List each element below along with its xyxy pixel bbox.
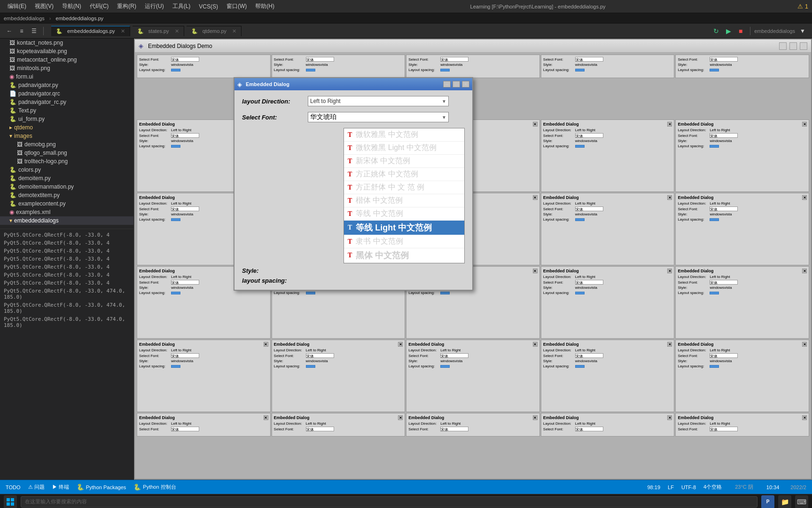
font-selector-dialog[interactable]: ◈ Embedded Dialog ─ □ ✕ layout Direction…: [234, 77, 473, 291]
terminal-tab[interactable]: ▶ 终端: [52, 484, 69, 491]
font-dialog-close[interactable]: ✕: [462, 81, 469, 87]
menu-refactor[interactable]: 重构(R): [113, 1, 140, 11]
todo-tab[interactable]: TODO: [6, 484, 21, 490]
sidebar-item-kopete[interactable]: 🖼 kopeteavailable.png: [0, 47, 133, 56]
sidebar-item-demoitemanm[interactable]: 🐍 demoitemanmation.py: [0, 183, 133, 191]
toolbar-back-btn[interactable]: ←: [4, 26, 15, 36]
sidebar-item-qtlogo[interactable]: 🖼 qtlogo_small.png: [0, 149, 133, 157]
mini-dialog-r4-4[interactable]: Embedded Dialog ✕ Layout Direction:Left …: [541, 266, 675, 339]
python-packages-tab[interactable]: 🐍 Python Packages: [77, 484, 126, 491]
sidebar-item-qtdemo[interactable]: ▸ qtdemo: [0, 123, 133, 132]
taskbar-windows-icon[interactable]: [4, 495, 17, 508]
mini-dialog-r2-5[interactable]: Embedded Dialog ✕ Layout Direction:Left …: [675, 119, 809, 192]
layout-dir-dropdown[interactable]: Left to Right ▼: [308, 96, 449, 106]
menu-vcs[interactable]: VCS(S): [195, 2, 222, 11]
status-line-ending[interactable]: LF: [668, 484, 674, 490]
sidebar-item-demotextitem[interactable]: 🐍 demotextitem.py: [0, 191, 133, 199]
font-item-2[interactable]: T 新宋体 中文范例: [344, 155, 464, 168]
mini-dialog-r6-2[interactable]: Embedded Dialog ✕ Layout Direction:Left …: [272, 413, 406, 437]
font-dialog-max[interactable]: □: [453, 81, 460, 87]
font-item-5[interactable]: T 楷体 中文范例: [344, 194, 464, 207]
branch-label[interactable]: embeddeddialogs: [754, 28, 795, 34]
menu-navigate[interactable]: 导航(N): [58, 1, 85, 11]
menu-run[interactable]: 运行(U): [141, 1, 168, 11]
font-item-6[interactable]: T 等线 中文范例: [344, 207, 464, 221]
mini-dialog-r4-5[interactable]: Embedded Dialog ✕ Layout Direction:Left …: [675, 266, 809, 339]
taskbar-search[interactable]: 在这里输入你要搜索的内容: [21, 496, 757, 508]
mini-dialog-r5-4[interactable]: Embedded Dialog ✕ Layout Direction:Left …: [541, 340, 675, 412]
tab-embeddeddialogs[interactable]: 🐍 embeddeddialogs.py ✕: [51, 26, 130, 36]
breadcrumb-file[interactable]: embeddeddialogs.py: [56, 16, 104, 21]
tab-states[interactable]: 🐍 states.py ✕: [133, 26, 184, 36]
menu-view[interactable]: 视图(V): [31, 1, 57, 11]
sidebar-item-colors[interactable]: 🐍 colors.py: [0, 166, 133, 174]
sidebar-item-uiform[interactable]: 🐍 ui_form.py: [0, 115, 133, 123]
sidebar-item-demoitem[interactable]: 🐍 demoitem.py: [0, 174, 133, 183]
toolbar-run-btn[interactable]: ▶: [723, 26, 734, 36]
font-item-7[interactable]: T 等线 Light 中文范例: [344, 221, 464, 235]
font-name-dropdown[interactable]: 华文琥珀 ▼: [308, 112, 449, 122]
toolbar-menu-btn[interactable]: ☰: [28, 26, 39, 36]
mini-dialog-r6-1[interactable]: Embedded Dialog ✕ Layout Direction:Left …: [137, 413, 271, 437]
breadcrumb-project[interactable]: embeddeddialogs: [4, 16, 45, 21]
tab-close[interactable]: ✕: [121, 28, 125, 34]
sidebar-item-demobg[interactable]: 🖼 demobg.png: [0, 140, 133, 149]
font-list[interactable]: T 微软雅黑 中文范例 T 微软雅黑 Light 中文范例 T 新宋体 中文范例: [344, 128, 465, 263]
taskbar-explorer-icon[interactable]: 📁: [778, 495, 791, 508]
mini-dialog-r6-3[interactable]: Embedded Dialog ✕ Layout Direction:Left …: [406, 413, 540, 437]
sidebar-item-padnavigator[interactable]: 🐍 padnavigator.py: [0, 81, 133, 89]
mini-dialog-r3-5[interactable]: Embedded Dialog ✕ Layout Direction:Left …: [675, 193, 809, 265]
sidebar-item-padnavigator-qrc[interactable]: 📄 padnavigator.qrc: [0, 89, 133, 98]
taskbar-pycharm-icon[interactable]: P: [761, 495, 774, 508]
sidebar-item-metacontact[interactable]: 🖼 metacontact_online.png: [0, 56, 133, 64]
demo-win-maximize[interactable]: □: [789, 42, 797, 50]
toolbar-forward-btn[interactable]: ≡: [16, 26, 27, 36]
tab-qtdemo-close[interactable]: ✕: [232, 28, 236, 34]
font-item-9[interactable]: T 黑体 中文范例: [344, 248, 464, 263]
problems-tab[interactable]: ⚠ 问题: [28, 484, 45, 491]
tab-qtdemo[interactable]: 🐍 qtdemo.py ✕: [187, 26, 242, 36]
python-console-tab[interactable]: 🐍 Python 控制台: [133, 484, 176, 491]
font-item-1[interactable]: T 微软雅黑 Light 中文范例: [344, 142, 464, 155]
status-line-col[interactable]: 98:19: [648, 484, 661, 490]
sidebar-item-trolltech[interactable]: 🖼 trolltech-logo.png: [0, 157, 133, 166]
toolbar-branch-btn[interactable]: ▼: [797, 26, 808, 36]
sidebar-item-padnavigator-rc[interactable]: 🐍 padnavigator_rc.py: [0, 98, 133, 106]
menu-edit[interactable]: 编辑(E): [4, 1, 30, 11]
sidebar-item-images[interactable]: ▾ images: [0, 132, 133, 140]
tab-states-close[interactable]: ✕: [175, 28, 179, 34]
taskbar-terminal-icon[interactable]: ⌨: [795, 495, 808, 508]
font-item-0[interactable]: T 微软雅黑 中文范例: [344, 128, 464, 142]
demo-win-close[interactable]: ✕: [800, 42, 807, 50]
sidebar-item-examples[interactable]: ◉ examples.xml: [0, 208, 133, 216]
sidebar-item-kontact[interactable]: 🖼 kontact_notes.png: [0, 39, 133, 47]
font-dialog-min[interactable]: ─: [443, 81, 451, 87]
status-spaces[interactable]: 4个空格: [703, 484, 722, 491]
mini-dialog-r5-2[interactable]: Embedded Dialog ✕ Layout Direction:Left …: [272, 340, 406, 412]
toolbar-stop-btn[interactable]: ■: [735, 26, 746, 36]
mini-dialog-r6-5[interactable]: Embedded Dialog ✕ Layout Direction:Left …: [675, 413, 809, 437]
mini-dialog-r5-3[interactable]: Embedded Dialog ✕ Layout Direction:Left …: [406, 340, 540, 412]
mini-dialog-r5-1[interactable]: Embedded Dialog ✕ Layout Direction:Left …: [137, 340, 271, 412]
font-item-4[interactable]: T 方正舒体 中 文 范 例: [344, 181, 464, 194]
mini-dialog-r5-5[interactable]: Embedded Dialog ✕ Layout Direction:Left …: [675, 340, 809, 412]
menu-window[interactable]: 窗口(W): [223, 1, 250, 11]
sidebar-item-embeddeddialogs[interactable]: ▾ embeddeddialogs: [0, 216, 133, 225]
status-encoding[interactable]: UTF-8: [681, 484, 696, 490]
sidebar-item-minitools[interactable]: 🖼 minitools.png: [0, 64, 133, 72]
font-item-8[interactable]: T 隶书 中文范例: [344, 235, 464, 248]
menu-code[interactable]: 代码(C): [86, 1, 113, 11]
sidebar-item-examplecontent[interactable]: 🐍 examplecontent.py: [0, 199, 133, 208]
mini-dialog-r6-4[interactable]: Embedded Dialog ✕ Layout Direction:Left …: [541, 413, 675, 437]
sidebar-item-text[interactable]: 🐍 Text.py: [0, 106, 133, 115]
toolbar-refresh-btn[interactable]: ↻: [710, 26, 722, 36]
menu-tools[interactable]: 工具(L): [169, 1, 195, 11]
mini-dialog-r3-4[interactable]: Embedded Dialog ✕ Layout Direction:Left …: [541, 193, 675, 265]
mini-dialog-r2-4[interactable]: Embedded Dialog ✕ Layout Direction:Left …: [541, 119, 675, 192]
menu-help[interactable]: 帮助(H): [251, 1, 278, 11]
demo-win-minimize[interactable]: ─: [779, 42, 787, 50]
sidebar-item-form[interactable]: ◉ form.ui: [0, 72, 133, 81]
font-item-3[interactable]: T 方正姚体 中文范例: [344, 168, 464, 181]
embedded-demo-window[interactable]: ◈ Embedded Dialogs Demo ─ □ ✕ Select Fon…: [134, 39, 812, 480]
font-dropdown-arrow-icon: ▼: [442, 115, 446, 120]
